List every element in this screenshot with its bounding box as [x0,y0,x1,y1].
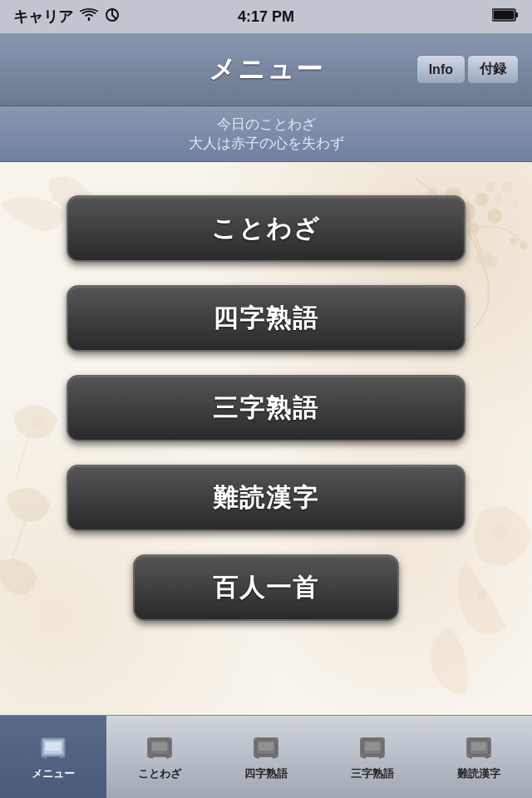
status-left: キャリア [13,7,120,27]
tab-kotowaza[interactable]: ことわざ [106,716,213,798]
tab-kotowaza-label: ことわざ [138,766,181,781]
nav-title: メニュー [209,52,324,88]
battery-icon [492,8,519,26]
tab-kotowaza-icon [141,733,178,763]
svg-rect-36 [152,742,167,751]
quote-line1: 今日のことわざ [17,115,515,134]
svg-rect-2 [494,10,515,19]
tab-bar: メニュー ことわざ 四字熟語 [0,715,532,798]
quote-line2: 大人は赤子の心を失わず [17,134,515,153]
svg-rect-41 [259,742,273,751]
tab-sanji-icon [354,733,391,763]
quote-bar: 今日のことわざ 大人は赤子の心を失わず [0,106,532,162]
tab-nanroku[interactable]: 難読漢字 [426,716,532,798]
hyakunin-button[interactable]: 百人一首 [133,554,399,621]
svg-rect-3 [515,12,518,17]
main-content: ことわざ 四字熟語 三字熟語 難読漢字 百人一首 [0,162,532,727]
status-time: 4:17 PM [238,8,294,26]
carrier-label: キャリア [13,7,73,27]
svg-rect-46 [365,742,380,751]
tab-sanji-label: 三字熟語 [351,766,394,781]
tab-yoji-icon [248,733,284,763]
svg-rect-31 [46,742,61,751]
activity-icon [105,7,120,27]
tab-menu-label: メニュー [32,766,75,781]
info-button[interactable]: Info [416,55,466,84]
sanji-button[interactable]: 三字熟語 [66,375,466,441]
tab-nanroku-label: 難読漢字 [457,766,500,781]
nav-bar: メニュー Info 付録 [0,33,532,106]
status-bar: キャリア 4:17 PM [0,0,532,33]
nav-btn-group: Info 付録 [416,55,519,84]
kotowaza-button[interactable]: ことわざ [66,195,466,262]
tab-nanroku-icon [461,733,497,763]
yoji-button[interactable]: 四字熟語 [66,285,466,352]
buttons-container: ことわざ 四字熟語 三字熟語 難読漢字 百人一首 [0,162,532,654]
appendix-button[interactable]: 付録 [467,55,519,84]
wifi-icon [80,8,98,26]
tab-menu[interactable]: メニュー [0,716,106,798]
svg-rect-51 [471,742,486,751]
tab-menu-icon [35,733,71,763]
tab-yoji-label: 四字熟語 [244,766,288,781]
tab-sanji[interactable]: 三字熟語 [319,716,426,798]
nanroku-button[interactable]: 難読漢字 [66,465,466,531]
tab-yoji[interactable]: 四字熟語 [213,716,319,798]
status-right [492,8,519,26]
